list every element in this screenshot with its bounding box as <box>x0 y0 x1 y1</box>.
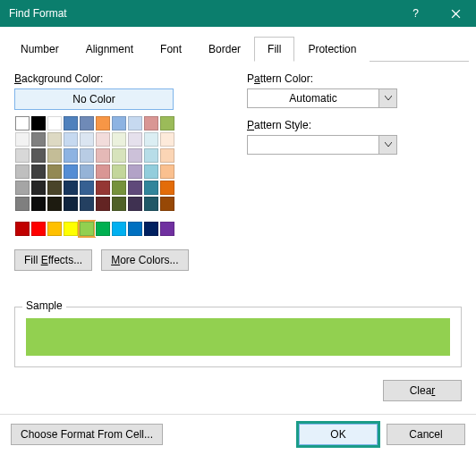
color-swatch[interactable] <box>14 164 30 180</box>
color-swatch[interactable] <box>63 180 79 196</box>
choose-format-button[interactable]: Choose Format From Cell... <box>11 424 163 445</box>
color-swatch[interactable] <box>30 221 47 237</box>
color-swatch[interactable] <box>14 147 30 164</box>
color-swatch[interactable] <box>127 147 143 164</box>
ok-button[interactable]: OK <box>299 424 378 445</box>
tab-border[interactable]: Border <box>195 37 254 62</box>
color-swatch[interactable] <box>30 131 47 147</box>
color-swatch[interactable] <box>95 164 111 180</box>
background-color-label: Background Color: <box>14 72 220 85</box>
color-swatch[interactable] <box>143 221 159 237</box>
color-swatch[interactable] <box>63 164 79 180</box>
color-swatch[interactable] <box>127 131 143 147</box>
color-swatch[interactable] <box>63 196 79 212</box>
color-swatch[interactable] <box>95 115 111 131</box>
color-swatch[interactable] <box>47 180 63 196</box>
color-swatch[interactable] <box>111 131 127 147</box>
color-swatch[interactable] <box>30 164 47 180</box>
color-swatch[interactable] <box>14 115 30 131</box>
color-swatch[interactable] <box>30 180 47 196</box>
color-swatch[interactable] <box>159 131 175 147</box>
color-swatch[interactable] <box>79 115 95 131</box>
color-swatch[interactable] <box>127 115 143 131</box>
titlebar: Find Format ? <box>0 0 476 27</box>
color-swatch[interactable] <box>143 131 159 147</box>
color-swatch[interactable] <box>79 196 95 212</box>
color-swatch[interactable] <box>143 164 159 180</box>
color-swatch[interactable] <box>111 180 127 196</box>
color-swatch[interactable] <box>79 147 95 164</box>
color-swatch[interactable] <box>63 115 79 131</box>
cancel-button[interactable]: Cancel <box>387 424 465 445</box>
color-swatch[interactable] <box>111 221 127 237</box>
color-swatch[interactable] <box>95 180 111 196</box>
pattern-color-value: Automatic <box>248 89 378 107</box>
color-swatch[interactable] <box>159 147 175 164</box>
color-swatch[interactable] <box>14 180 30 196</box>
color-swatch[interactable] <box>14 131 30 147</box>
color-swatch[interactable] <box>63 221 79 237</box>
color-swatch[interactable] <box>95 221 111 237</box>
color-swatch[interactable] <box>47 221 63 237</box>
color-swatch[interactable] <box>47 131 63 147</box>
color-swatch[interactable] <box>111 147 127 164</box>
color-swatch[interactable] <box>127 196 143 212</box>
color-swatch[interactable] <box>111 115 127 131</box>
color-swatch[interactable] <box>143 180 159 196</box>
more-colors-button[interactable]: More Colors... <box>101 249 188 271</box>
help-button[interactable]: ? <box>395 0 436 27</box>
no-color-button[interactable]: No Color <box>14 88 174 110</box>
sample-label: Sample <box>22 299 66 312</box>
color-swatch[interactable] <box>79 131 95 147</box>
color-swatch[interactable] <box>47 147 63 164</box>
color-swatch[interactable] <box>63 147 79 164</box>
color-swatch[interactable] <box>47 115 63 131</box>
fill-effects-button[interactable]: Fill Effects... <box>14 249 92 271</box>
window-title: Find Format <box>9 7 395 20</box>
pattern-style-combo[interactable] <box>247 135 397 155</box>
color-swatch[interactable] <box>111 196 127 212</box>
tab-alignment[interactable]: Alignment <box>72 37 147 62</box>
tab-protection[interactable]: Protection <box>294 37 370 62</box>
color-swatch[interactable] <box>63 131 79 147</box>
tab-fill[interactable]: Fill <box>254 37 294 62</box>
color-swatch[interactable] <box>143 147 159 164</box>
close-button[interactable] <box>436 0 476 27</box>
color-swatch[interactable] <box>79 164 95 180</box>
color-swatch[interactable] <box>95 131 111 147</box>
color-swatch[interactable] <box>47 196 63 212</box>
color-swatch[interactable] <box>79 180 95 196</box>
chevron-down-icon <box>378 136 396 154</box>
color-swatch[interactable] <box>14 196 30 212</box>
tab-number[interactable]: Number <box>7 37 72 62</box>
color-swatch[interactable] <box>30 147 47 164</box>
color-swatch[interactable] <box>159 196 175 212</box>
pattern-color-label: Pattern Color: <box>247 72 462 85</box>
pattern-color-combo[interactable]: Automatic <box>247 88 397 108</box>
color-swatch[interactable] <box>47 164 63 180</box>
color-swatch[interactable] <box>143 196 159 212</box>
color-swatch[interactable] <box>95 196 111 212</box>
color-swatch[interactable] <box>79 221 95 237</box>
color-swatch[interactable] <box>30 196 47 212</box>
chevron-down-icon <box>378 89 396 107</box>
color-palette-main <box>14 115 175 212</box>
color-swatch[interactable] <box>159 164 175 180</box>
clear-button[interactable]: Clear <box>383 380 462 401</box>
color-swatch[interactable] <box>127 180 143 196</box>
color-palette-standard <box>14 221 175 237</box>
tab-bar: NumberAlignmentFontBorderFillProtection <box>7 36 469 62</box>
color-swatch[interactable] <box>30 115 47 131</box>
color-swatch[interactable] <box>127 221 143 237</box>
color-swatch[interactable] <box>111 164 127 180</box>
color-swatch[interactable] <box>159 115 175 131</box>
color-swatch[interactable] <box>159 180 175 196</box>
tab-font[interactable]: Font <box>147 37 195 62</box>
color-swatch[interactable] <box>95 147 111 164</box>
color-swatch[interactable] <box>143 115 159 131</box>
color-swatch[interactable] <box>14 221 30 237</box>
color-swatch[interactable] <box>127 164 143 180</box>
close-icon <box>451 9 461 19</box>
pattern-style-label: Pattern Style: <box>247 119 462 131</box>
color-swatch[interactable] <box>159 221 175 237</box>
